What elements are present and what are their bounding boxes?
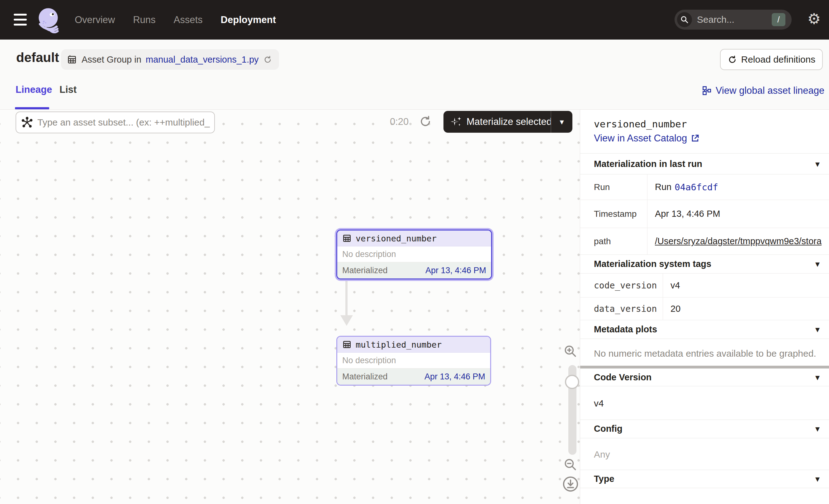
table-icon	[342, 233, 352, 243]
section-metadata-plots[interactable]: Metadata plots ▾	[580, 320, 829, 339]
badge-refresh-icon[interactable]	[263, 55, 272, 64]
table-row-timestamp: Timestamp Apr 13, 4:46 PM	[580, 200, 829, 228]
zoom-out-icon[interactable]	[563, 457, 578, 472]
view-in-asset-catalog-link[interactable]: View in Asset Catalog	[594, 133, 700, 144]
graph-refresh-icon[interactable]	[419, 115, 432, 128]
timestamp-value: Apr 13, 4:46 PM	[647, 200, 829, 228]
reload-definitions-button[interactable]: Reload definitions	[720, 49, 823, 70]
asset-node-name: versioned_number	[356, 233, 437, 243]
metadata-plots-empty-message: No numeric metadata entries available to…	[594, 348, 816, 359]
section-label: Config	[594, 424, 622, 434]
chevron-down-icon[interactable]: ▾	[815, 474, 820, 484]
external-link-icon	[690, 134, 700, 143]
asset-node-description: No description	[337, 246, 491, 262]
section-system-tags[interactable]: Materialization system tags ▾	[580, 255, 829, 274]
section-materialization-last-run[interactable]: Materialization in last run ▾	[580, 153, 829, 174]
code-version-text: v4	[594, 398, 604, 409]
chevron-down-icon[interactable]: ▾	[815, 324, 820, 334]
table-row-code-version: code_version v4	[580, 274, 829, 297]
section-label: Metadata plots	[594, 324, 657, 334]
section-label: Type	[594, 474, 614, 484]
hamburger-menu-icon[interactable]	[14, 14, 27, 26]
tab-lineage[interactable]: Lineage	[15, 84, 52, 95]
chevron-down-icon[interactable]: ▾	[815, 159, 820, 169]
run-prefix: Run	[655, 182, 672, 192]
section-label: Code Version	[594, 372, 651, 383]
lineage-graph-canvas[interactable]: 0:20 Materialize selected ▾	[0, 110, 580, 504]
asset-selection-icon	[21, 116, 33, 128]
lineage-graph-icon	[701, 85, 712, 96]
row-label: Run	[580, 174, 647, 200]
nav-item-overview[interactable]: Overview	[75, 14, 115, 26]
active-tab-underline	[15, 107, 49, 109]
nav-item-deployment[interactable]: Deployment	[221, 14, 276, 26]
section-code-version[interactable]: Code Version ▾	[580, 368, 829, 386]
data-version-value: 20	[663, 297, 829, 320]
zoom-in-icon[interactable]	[563, 343, 578, 359]
lineage-edge-arrowhead	[340, 315, 353, 326]
top-nav: Overview Runs Assets Deployment / ⚙	[0, 0, 829, 40]
asset-details-panel: versioned_number View in Asset Catalog M…	[580, 110, 829, 504]
sparkle-icon	[450, 115, 462, 128]
dagster-app: Overview Runs Assets Deployment / ⚙ defa…	[0, 0, 829, 504]
page-header: default Asset Group in manual_data_versi…	[0, 40, 829, 110]
code-version-value: v4	[663, 274, 829, 297]
section-type[interactable]: Type ▾	[580, 470, 829, 488]
asset-node-description: No description	[337, 353, 490, 368]
table-row-data-version: data_version 20	[580, 297, 829, 320]
reload-definitions-label: Reload definitions	[741, 54, 816, 65]
search-bar[interactable]: /	[675, 10, 792, 30]
row-label: code_version	[580, 274, 663, 297]
tab-list[interactable]: List	[60, 84, 77, 95]
config-value: Any	[594, 449, 610, 460]
asset-node-name: multiplied_number	[356, 340, 442, 350]
row-label: data_version	[580, 297, 663, 320]
chevron-down-icon[interactable]: ▾	[815, 259, 820, 269]
asset-group-grid-icon	[67, 54, 77, 65]
asset-node-timestamp[interactable]: Apr 13, 4:46 PM	[425, 266, 486, 275]
view-global-asset-lineage-label: View global asset lineage	[716, 85, 824, 96]
page-title: default	[16, 50, 59, 65]
run-id-link[interactable]: 04a6fcdf	[675, 182, 718, 192]
asset-node-versioned-number[interactable]: versioned_number No description Material…	[336, 229, 492, 279]
nav-item-runs[interactable]: Runs	[133, 14, 155, 26]
main-nav: Overview Runs Assets Deployment	[75, 0, 276, 40]
row-label: Timestamp	[580, 200, 647, 228]
view-global-asset-lineage-link[interactable]: View global asset lineage	[701, 85, 824, 96]
selected-asset-title: versioned_number	[594, 118, 687, 130]
horizontal-scrollbar[interactable]	[580, 366, 829, 368]
asset-subset-input[interactable]	[37, 113, 210, 132]
asset-group-badge: Asset Group in manual_data_versions_1.py	[61, 49, 279, 70]
table-row-path: path /Users/sryza/dagster/tmppvqwm9e3/st…	[580, 228, 829, 255]
table-icon	[342, 340, 352, 349]
download-image-icon[interactable]	[562, 475, 579, 493]
gear-icon[interactable]: ⚙	[805, 9, 823, 28]
materialize-selected-button[interactable]: Materialize selected ▾	[443, 111, 572, 133]
search-icon	[677, 12, 692, 27]
search-shortcut-badge: /	[772, 13, 785, 26]
view-in-asset-catalog-label: View in Asset Catalog	[594, 133, 687, 144]
materialize-selected-label: Materialize selected	[467, 116, 552, 128]
asset-node-multiplied-number[interactable]: multiplied_number No description Materia…	[336, 336, 491, 386]
asset-subset-filter[interactable]	[15, 111, 215, 133]
asset-node-timestamp[interactable]: Apr 13, 4:46 PM	[425, 372, 485, 382]
path-link[interactable]: /Users/sryza/dagster/tmppvqwm9e3/stora	[655, 236, 822, 246]
lineage-edge	[346, 280, 348, 316]
asset-node-status: Materialized	[342, 266, 388, 275]
search-input[interactable]	[697, 12, 765, 27]
chevron-down-icon[interactable]: ▾	[815, 424, 820, 434]
chevron-down-icon[interactable]: ▾	[815, 372, 820, 383]
nav-item-assets[interactable]: Assets	[174, 14, 203, 26]
section-config[interactable]: Config ▾	[580, 420, 829, 438]
materialize-dropdown-caret[interactable]: ▾	[551, 111, 572, 133]
reload-icon	[727, 55, 737, 65]
section-label: Materialization in last run	[594, 159, 702, 169]
zoom-slider-handle[interactable]	[565, 375, 579, 389]
row-label: path	[580, 228, 647, 254]
table-row-run: Run Run 04a6fcdf	[580, 174, 829, 200]
asset-group-file-link[interactable]: manual_data_versions_1.py	[146, 55, 259, 65]
section-label: Materialization system tags	[594, 259, 711, 269]
asset-node-status: Materialized	[342, 372, 388, 382]
dagster-logo-icon	[34, 5, 64, 34]
asset-group-label: Asset Group in	[82, 55, 141, 65]
